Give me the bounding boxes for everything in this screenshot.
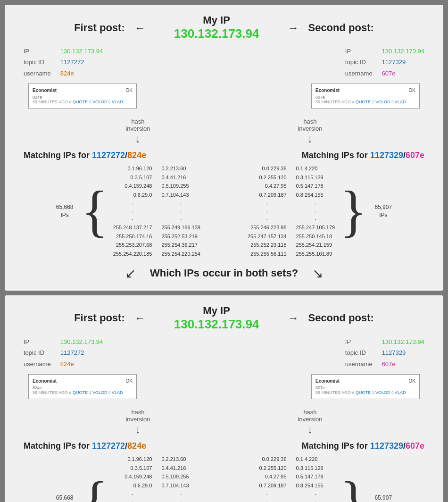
right-ip-col1-1: 0.0.229.36 0.2.255.120 0.4.27.95 0.7.209… (248, 164, 287, 259)
right-brace-1: } (340, 183, 367, 240)
forum-box-left-1: Economist OK 824e 59 MINUTES AGO # QUOTE… (28, 84, 137, 109)
forum-author-right: Economist (315, 88, 340, 93)
left-topic-id-2: 1127272 (60, 347, 103, 358)
right-info-2: IP topic ID username 130.132.173.94 1127… (345, 336, 424, 369)
left-ip-count-2: 65,668IPs (53, 494, 76, 502)
matching-user-right-1: 607e (406, 151, 424, 160)
forum-box-header-left-2: Economist OK (33, 378, 133, 384)
right-ip-cols-2: 0.0.229.36 0.2.255.120 0.4.27.95 0.7.209… (248, 455, 335, 502)
right-ip-col1-2: 0.0.229.36 0.2.255.120 0.4.27.95 0.7.209… (248, 455, 287, 502)
forum-username-right: 607e (315, 95, 415, 100)
hash-row-1: hash inversion ↓ hash inversion ↓ (52, 118, 396, 146)
right-info-values: 130.132.173.94 1127329 607e (382, 46, 424, 79)
ip-area-2: 65,668IPs { 0.1.96.120 0.3.5.107 0.4.159… (14, 455, 434, 502)
matching-title-left-2: Matching IPs for 1127272/824e (24, 441, 146, 451)
question-arrow-right-1: ↘ (312, 266, 323, 281)
down-arrow-left-1: ↓ (135, 132, 141, 146)
left-username-2: 824e (60, 359, 103, 369)
info-row-2: IP topic ID username 130.132.173.94 1127… (14, 336, 434, 369)
forum-meta-right: 59 MINUTES AGO # QUOTE 1 VOLOD ◊ VLAD (315, 100, 415, 104)
forum-author-left-2: Economist (33, 378, 57, 384)
hash-block-left-1: hash inversion ↓ (125, 118, 150, 146)
panel-2: First post: ← My IP 130.132.173.94 → Sec… (5, 295, 443, 502)
left-ip-col1-1: 0.1.96.120 0.3.5.107 0.4.159.248 0.6.29.… (113, 164, 152, 259)
matching-title-left-1: Matching IPs for 1127272/824e (24, 151, 146, 160)
left-ip: 130.132.173.94 (60, 46, 103, 57)
panel-1: First post: ← My IP 130.132.173.94 → Sec… (5, 5, 443, 291)
right-brace-2: } (340, 474, 367, 502)
left-topic-id: 1127272 (60, 57, 103, 67)
left-info-labels-2: IP topic ID username (24, 336, 51, 369)
down-arrow-right-2: ↓ (307, 423, 313, 436)
arrow-left-2: ← (134, 311, 146, 325)
forum-username-left-2: 824e (33, 385, 133, 390)
my-ip-value-1: 130.132.173.94 (174, 26, 259, 41)
my-ip-title-1: My IP (174, 14, 259, 26)
right-username-2: 607e (382, 359, 424, 369)
matching-id-right-2: 1127329 (370, 441, 403, 451)
left-info-values: 130.132.173.94 1127272 824e (60, 46, 103, 79)
right-username: 607e (382, 68, 424, 79)
forum-ok-left-2: OK (126, 378, 133, 384)
my-ip-section-2: My IP 130.132.173.94 (174, 305, 259, 332)
second-post-label: Second post: (308, 22, 373, 34)
right-ip-count-1: 65,907IPs (372, 203, 395, 219)
right-ip-cols-1: 0.0.229.36 0.2.255.120 0.4.27.95 0.7.209… (248, 164, 335, 259)
my-ip-value-2: 130.132.173.94 (174, 317, 259, 332)
matching-user-left-1: 824e (127, 151, 146, 160)
forum-box-right-2: Economist OK 607e 59 MINUTES AGO # QUOTE… (311, 374, 420, 399)
down-arrow-right-1: ↓ (307, 132, 313, 146)
left-info-labels: IP topic ID username (24, 46, 51, 79)
left-info: IP topic ID username 130.132.173.94 1127… (24, 46, 103, 79)
matching-title-right-1: Matching IPs for 1127329/607e (302, 151, 424, 160)
left-ip-section-1: 0.1.96.120 0.3.5.107 0.4.159.248 0.6.29.… (113, 164, 200, 259)
matching-id-right-1: 1127329 (370, 151, 403, 160)
first-post-label: First post: (74, 22, 125, 34)
post-boxes-row-2: Economist OK 824e 59 MINUTES AGO # QUOTE… (14, 374, 434, 399)
left-ip-2: 130.132.173.94 (60, 336, 103, 347)
matching-user-right-2: 607e (406, 441, 424, 451)
left-info-2: IP topic ID username 130.132.173.94 1127… (24, 336, 103, 369)
left-ip-count-1: 65,668IPs (53, 203, 76, 219)
left-brace-1: { (81, 183, 108, 240)
info-row-1: IP topic ID username 130.132.173.94 1127… (14, 46, 434, 79)
arrow-right-1: → (287, 21, 299, 34)
my-ip-section-1: My IP 130.132.173.94 (174, 14, 259, 41)
question-arrow-left-1: ↙ (125, 266, 136, 281)
second-post-label-2: Second post: (308, 312, 373, 324)
post-boxes-row-1: Economist OK 824e 59 MINUTES AGO # QUOTE… (14, 84, 434, 109)
left-ip-cols-1: 0.1.96.120 0.3.5.107 0.4.159.248 0.6.29.… (113, 164, 200, 259)
forum-username-left: 824e (33, 95, 133, 100)
left-ip-cols-2: 0.1.96.120 0.3.5.107 0.4.159.248 0.6.29.… (113, 455, 200, 502)
left-ip-col2-1: 0.2.213.60 0.4.41.216 0.5.109.255 0.7.10… (161, 164, 200, 259)
matching-title-right-2: Matching IPs for 1127329/607e (302, 441, 424, 451)
right-info-values-2: 130.132.173.94 1127329 607e (382, 336, 424, 369)
right-ip-count-2: 65,907IPs (372, 494, 395, 502)
forum-box-header-left: Economist OK (33, 88, 133, 93)
left-info-values-2: 130.132.173.94 1127272 824e (60, 336, 103, 369)
right-info-labels: IP topic ID username (345, 46, 373, 79)
right-ip-col2-1: 0.1.4.220 0.3.115.129 0.5.147.178 0.8.25… (296, 164, 335, 259)
right-ip-2: 130.132.173.94 (382, 336, 424, 347)
right-ip-col2-2: 0.1.4.220 0.3.115.129 0.5.147.178 0.8.25… (296, 455, 335, 502)
forum-box-right-1: Economist OK 607e 59 MINUTES AGO # QUOTE… (311, 84, 420, 109)
forum-ok-right: OK (409, 88, 415, 93)
forum-box-header-right: Economist OK (315, 88, 415, 93)
right-info-labels-2: IP topic ID username (345, 336, 373, 369)
question-row-1: ↙ Which IPs occur in both sets? ↘ (14, 266, 434, 281)
hash-block-right-1: hash inversion ↓ (298, 118, 322, 146)
forum-meta-left-2: 59 MINUTES AGO # QUOTE 1 VOLOD ◊ VLAD (33, 390, 133, 395)
ip-area-1: 65,668IPs { 0.1.96.120 0.3.5.107 0.4.159… (14, 164, 434, 259)
down-arrow-left-2: ↓ (135, 423, 141, 436)
header-row-2: First post: ← My IP 130.132.173.94 → Sec… (14, 305, 434, 332)
forum-username-right-2: 607e (315, 385, 415, 390)
question-text-1: Which IPs occur in both sets? (150, 267, 298, 279)
right-ip: 130.132.173.94 (382, 46, 424, 57)
forum-ok-left: OK (126, 88, 133, 93)
hash-row-2: hash inversion ↓ hash inversion ↓ (52, 409, 396, 436)
arrow-right-2: → (287, 311, 299, 325)
right-info: IP topic ID username 130.132.173.94 1127… (345, 46, 424, 79)
left-username: 824e (60, 68, 103, 79)
forum-author-left: Economist (33, 88, 57, 93)
forum-box-left-2: Economist OK 824e 59 MINUTES AGO # QUOTE… (28, 374, 137, 399)
